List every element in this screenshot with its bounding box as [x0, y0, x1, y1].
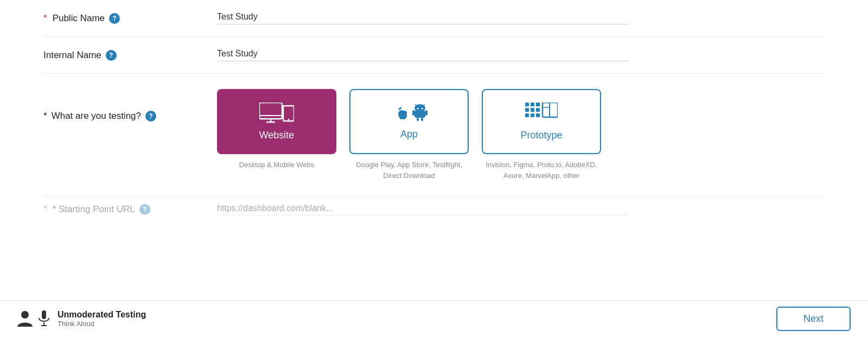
app-sub: Google Play, App Store, Testflight, Dire…: [349, 160, 469, 181]
required-star-2: *: [43, 111, 47, 122]
svg-point-12: [417, 107, 419, 109]
svg-rect-29: [42, 310, 46, 319]
app-option-card[interactable]: App: [349, 89, 469, 154]
person-icon: [17, 310, 33, 328]
svg-rect-22: [525, 113, 529, 117]
testing-row: * What are you testing? ?: [43, 74, 825, 196]
svg-rect-0: [259, 103, 282, 119]
svg-rect-24: [536, 113, 540, 117]
footer-icons: [17, 310, 50, 328]
next-button[interactable]: Next: [776, 307, 851, 331]
public-name-label: * Public Name ?: [43, 13, 217, 24]
testing-label: * What are you testing? ?: [43, 89, 217, 122]
starting-point-label: * * Starting Point URL ?: [43, 204, 217, 215]
svg-rect-11: [421, 118, 423, 121]
prototype-label: Prototype: [520, 130, 562, 141]
internal-name-row: Internal Name ? Test Study: [43, 37, 825, 74]
starting-point-value: https://dashboard.com/blank...: [217, 204, 629, 216]
internal-name-label-text: Internal Name: [43, 50, 101, 61]
svg-point-5: [288, 118, 290, 120]
starting-point-help-icon[interactable]: ?: [139, 204, 150, 215]
svg-rect-7: [414, 110, 425, 118]
svg-point-28: [21, 311, 29, 319]
prototype-sub: Invision, Figma, Proto.io, AdobeXD, Axur…: [482, 160, 601, 181]
prototype-icon: [525, 103, 558, 124]
svg-rect-18: [536, 103, 540, 106]
svg-rect-19: [525, 108, 529, 112]
svg-rect-21: [536, 108, 540, 112]
svg-line-14: [415, 104, 417, 106]
internal-name-value: Test Study: [217, 49, 629, 61]
prototype-option-card[interactable]: Prototype: [482, 89, 601, 154]
apple-icon: [390, 104, 407, 123]
svg-rect-8: [412, 110, 414, 116]
testing-label-text: What are you testing?: [52, 111, 141, 122]
svg-line-15: [423, 104, 425, 106]
svg-rect-9: [425, 110, 427, 116]
footer-subtitle: Think Aloud: [58, 320, 146, 328]
microphone-icon: [38, 310, 50, 328]
app-label: App: [400, 129, 418, 140]
starting-point-row: * * Starting Point URL ? https://dashboa…: [43, 196, 825, 222]
public-name-help-icon[interactable]: ?: [109, 13, 120, 24]
public-name-value: Test Study: [217, 12, 629, 24]
required-star-3: *: [43, 204, 47, 215]
svg-rect-23: [531, 113, 534, 117]
required-star: *: [43, 13, 47, 24]
website-sub: Desktop & Mobile Webs: [239, 160, 315, 170]
svg-rect-16: [525, 103, 529, 106]
internal-name-label: Internal Name ?: [43, 50, 217, 61]
website-option-container: Website Desktop & Mobile Webs: [217, 89, 336, 170]
svg-point-13: [422, 107, 423, 109]
svg-rect-10: [417, 118, 419, 121]
app-icon: [390, 104, 429, 123]
starting-point-label-text: * Starting Point URL: [53, 204, 135, 215]
testing-options: Website Desktop & Mobile Webs: [217, 89, 825, 181]
app-option-container: App Google Play, App Store, Testflight, …: [349, 89, 469, 181]
svg-rect-20: [531, 108, 534, 112]
android-icon: [411, 104, 429, 123]
website-option-card[interactable]: Website: [217, 89, 336, 154]
website-icon: [259, 103, 294, 124]
website-label: Website: [259, 130, 295, 141]
footer-bar: Unmoderated Testing Think Aloud Next: [0, 300, 868, 337]
footer-left: Unmoderated Testing Think Aloud: [17, 310, 146, 328]
public-name-label-text: Public Name: [53, 13, 105, 24]
testing-help-icon[interactable]: ?: [145, 111, 156, 122]
internal-name-help-icon[interactable]: ?: [106, 50, 117, 61]
svg-rect-17: [531, 103, 534, 106]
footer-title: Unmoderated Testing: [58, 310, 146, 320]
footer-info: Unmoderated Testing Think Aloud: [58, 310, 146, 328]
main-content: * Public Name ? Test Study Internal Name…: [0, 0, 868, 300]
public-name-row: * Public Name ? Test Study: [43, 0, 825, 37]
prototype-option-container: Prototype Invision, Figma, Proto.io, Ado…: [482, 89, 601, 181]
